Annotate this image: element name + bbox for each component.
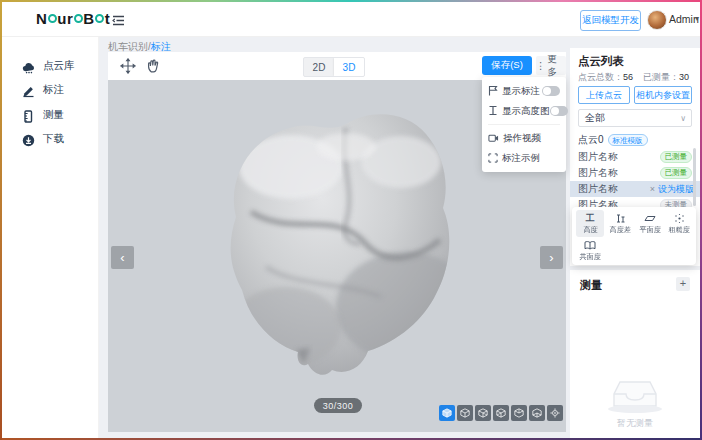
tooth-3d-model[interactable] — [196, 92, 476, 392]
view-left-button[interactable] — [493, 405, 509, 421]
tool-label: 高度差 — [609, 225, 630, 235]
pan-move-icon[interactable] — [120, 58, 136, 74]
show-heightmap-toggle[interactable] — [550, 106, 568, 116]
total-value: 56 — [623, 72, 633, 82]
view-back-button[interactable] — [475, 405, 491, 421]
view-iso-button[interactable] — [439, 405, 455, 421]
tool-label: 平面度 — [639, 225, 660, 235]
close-icon[interactable]: × — [650, 184, 655, 194]
view-front-button[interactable] — [457, 405, 473, 421]
next-image-button[interactable]: › — [540, 246, 563, 269]
video-icon — [488, 129, 499, 147]
sidebar-item-label: 标注 — [43, 83, 64, 97]
app-header: NurBt 返回模型开发 Admin ▾ — [2, 2, 700, 37]
breadcrumb-current: 标注 — [151, 41, 171, 52]
height-diff-icon — [615, 213, 626, 224]
frame-border-left — [0, 0, 2, 440]
menu-item-label: 操作视频 — [503, 132, 560, 145]
measure-section-title: 测量 — [580, 278, 602, 293]
frame-corners-icon — [488, 149, 498, 167]
menu-item-operation-video[interactable]: 操作视频 — [482, 128, 566, 148]
sidebar-item-measure[interactable]: 测量 — [2, 105, 98, 125]
sidebar-item-label: 测量 — [43, 108, 64, 122]
tool-coplanarity[interactable]: 共面度 — [576, 237, 604, 264]
tool-label: 共面度 — [579, 252, 600, 262]
tab-3d[interactable]: 3D — [334, 58, 364, 76]
status-badge: 已测量 — [660, 151, 693, 163]
avatar[interactable] — [647, 10, 667, 30]
add-measurement-button[interactable]: + — [676, 277, 690, 291]
breadcrumb-parent[interactable]: 机车识别 — [108, 41, 148, 52]
item-name: 图片名称 — [578, 182, 650, 196]
camera-intrinsics-button[interactable]: 相机内参设置 — [634, 86, 692, 104]
sidebar-item-label: 点云库 — [43, 59, 75, 73]
measure-panel: 测量 + 暂无测量 — [570, 270, 700, 438]
measured-label: 已测量： — [643, 72, 679, 82]
menu-divider — [488, 124, 560, 125]
menu-item-show-heightmap[interactable]: 显示高度图 — [482, 101, 566, 121]
tool-roughness[interactable]: 粗糙度 — [665, 210, 693, 237]
menu-item-show-annotations[interactable]: 显示标注 — [482, 81, 566, 101]
reset-view-button[interactable] — [547, 405, 563, 421]
measured-value: 30 — [679, 72, 689, 82]
logo-letter: N — [36, 10, 47, 27]
tool-label: 粗糙度 — [668, 225, 689, 235]
chevron-down-icon[interactable]: ▾ — [695, 14, 699, 23]
panel-title: 点云列表 — [578, 54, 624, 69]
menu-item-label: 标注示例 — [502, 152, 560, 165]
sidebar-item-pointcloud-library[interactable]: 点云库 — [2, 56, 98, 76]
empty-state: 暂无测量 — [570, 378, 700, 430]
hand-grab-icon[interactable] — [146, 58, 162, 74]
sidebar-item-label: 下载 — [43, 132, 64, 146]
total-label: 点云总数： — [578, 72, 623, 82]
app-logo: NurBt — [36, 10, 110, 27]
item-name: 图片名称 — [578, 150, 660, 164]
menu-fold-icon[interactable] — [112, 13, 125, 31]
height-tool-icon: 工 — [586, 213, 595, 224]
status-badge: 已测量 — [660, 167, 693, 179]
back-to-model-dev-button[interactable]: 返回模型开发 — [580, 10, 641, 31]
menu-item-label: 显示标注 — [502, 85, 542, 98]
filter-select[interactable]: 全部 ∨ — [578, 109, 692, 127]
view-top-button[interactable] — [511, 405, 527, 421]
item-name: 点云0 — [578, 133, 604, 147]
list-item-selected[interactable]: 图片名称 × 设为模版 — [570, 181, 700, 197]
sidebar-item-download[interactable]: 下载 — [2, 129, 98, 149]
pen-icon — [22, 84, 35, 97]
cloud-icon — [22, 60, 35, 73]
more-dropdown-menu: 显示标注 显示高度图 操作视频 标注示例 — [482, 77, 566, 172]
list-item[interactable]: 图片名称 已测量 — [570, 149, 700, 165]
list-item[interactable]: 图片名称 已测量 — [570, 165, 700, 181]
tab-2d[interactable]: 2D — [304, 58, 334, 76]
list-scrollbar[interactable] — [693, 148, 696, 206]
logo-letter: t — [105, 10, 111, 27]
frame-counter-badge: 30/300 — [314, 398, 362, 413]
roughness-icon — [674, 213, 685, 224]
pointcloud-stats: 点云总数：56 已测量：30 — [578, 71, 689, 84]
view-orientation-toolbar — [439, 405, 563, 421]
menu-item-annotation-example[interactable]: 标注示例 — [482, 148, 566, 168]
tool-height[interactable]: 工 高度 — [576, 210, 604, 237]
breadcrumb: 机车识别/标注 — [108, 40, 171, 54]
gear-icon — [48, 14, 57, 23]
set-as-template-link[interactable]: 设为模版 — [658, 183, 694, 196]
save-button[interactable]: 保存(S) — [482, 56, 532, 75]
show-annotations-toggle[interactable] — [542, 86, 560, 96]
prev-image-button[interactable]: ‹ — [111, 246, 134, 269]
logo-letter: ur — [57, 10, 73, 27]
view-bottom-button[interactable] — [529, 405, 545, 421]
flag-icon — [488, 82, 498, 100]
tool-flatness[interactable]: 平面度 — [636, 210, 664, 237]
upload-pointcloud-button[interactable]: 上传点云 — [578, 86, 630, 104]
more-label: 更多 — [548, 53, 567, 79]
chevron-right-icon: › — [549, 250, 553, 265]
more-button[interactable]: ⋮ 更多 — [536, 56, 566, 75]
template-badge: 标准模版 — [608, 134, 648, 146]
tool-height-difference[interactable]: 高度差 — [606, 210, 634, 237]
tool-label: 高度 — [583, 225, 597, 235]
measure-tools-popup: 工 高度 高度差 平面度 粗糙度 共面度 — [572, 207, 696, 265]
sidebar-item-annotation[interactable]: 标注 — [2, 80, 98, 100]
template-list-item[interactable]: 点云0 标准模版 — [570, 132, 700, 148]
chevron-left-icon: ‹ — [120, 250, 124, 265]
view-mode-switcher: 2D 3D — [303, 57, 365, 77]
